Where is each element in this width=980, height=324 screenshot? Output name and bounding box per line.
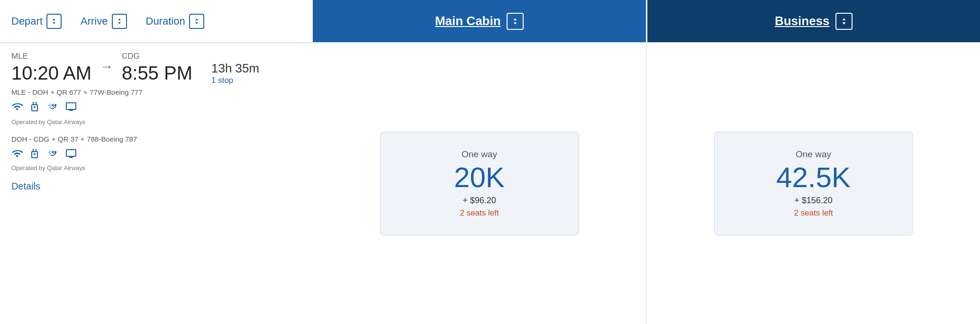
depart-code: MLE — [11, 52, 91, 61]
main-cabin-pricing-col: One way 20K + $96.20 2 seats left — [313, 43, 647, 324]
segment2-amenities — [11, 148, 301, 161]
segment1-route-info: MLE - DOH QR 677 77W-Boeing 777 — [11, 88, 301, 96]
details-link[interactable]: Details — [11, 181, 40, 191]
segment2-block: DOH - CDG QR 37 788-Boeing 787 — [11, 135, 301, 171]
flight-info-panel: MLE 10:20 AM → CDG 8:55 PM 13h 35m 1 sto… — [0, 43, 313, 324]
duration-value: 13h 35m — [211, 61, 259, 76]
arrive-section: CDG 8:55 PM — [122, 52, 192, 84]
main-cabin-sort-icon — [507, 13, 524, 30]
arrive-sort-button[interactable]: Arrive — [81, 14, 127, 29]
dot1 — [51, 91, 54, 94]
arrive-sort-icon — [112, 14, 127, 29]
arrive-label: Arrive — [81, 15, 108, 27]
entertainment-icon — [65, 101, 77, 115]
depart-section: MLE 10:20 AM — [11, 52, 91, 84]
content-row: MLE 10:20 AM → CDG 8:55 PM 13h 35m 1 sto… — [0, 43, 980, 324]
wifi-icon — [11, 101, 23, 115]
business-price-card[interactable]: One way 42.5K + $156.20 2 seats left — [714, 132, 913, 235]
segment1-block: MLE - DOH QR 677 77W-Boeing 777 — [11, 88, 301, 126]
business-label: Business — [775, 14, 830, 28]
duration-section: 13h 35m 1 stop — [211, 61, 259, 85]
business-pricing-col: One way 42.5K + $156.20 2 seats left — [647, 43, 980, 324]
segment1-route: MLE - DOH — [11, 88, 48, 96]
usb-icon-2 — [47, 148, 59, 161]
arrive-time: 8:55 PM — [122, 62, 192, 84]
depart-sort-button[interactable]: Depart — [11, 14, 62, 29]
main-cabin-price-card[interactable]: One way 20K + $96.20 2 seats left — [380, 132, 579, 235]
segment2-flight: QR 37 — [58, 135, 78, 143]
power-icon — [29, 101, 41, 115]
business-one-way-label: One way — [726, 149, 901, 160]
segment1-aircraft: 77W-Boeing 777 — [90, 88, 142, 96]
business-price: 42.5K — [726, 163, 901, 192]
arrive-code: CDG — [122, 52, 192, 61]
page-container: Depart Arrive Duration — [0, 0, 980, 324]
entertainment-icon-2 — [65, 148, 77, 161]
segment1-flight: QR 677 — [57, 88, 82, 96]
arrow-icon: → — [100, 60, 113, 73]
main-cabin-price: 20K — [392, 163, 567, 192]
dot4 — [81, 138, 84, 141]
duration-sort-button[interactable]: Duration — [146, 14, 204, 29]
main-cabin-header[interactable]: Main Cabin — [313, 0, 647, 42]
header-row: Depart Arrive Duration — [0, 0, 980, 43]
stops-value: 1 stop — [211, 76, 259, 85]
business-header[interactable]: Business — [647, 0, 980, 42]
times-section: MLE 10:20 AM → CDG 8:55 PM 13h 35m 1 sto… — [11, 52, 301, 85]
cabin-headers: Main Cabin Business — [313, 0, 980, 42]
depart-label: Depart — [11, 15, 43, 27]
duration-label: Duration — [146, 15, 185, 27]
segment2-aircraft: 788-Boeing 787 — [87, 135, 137, 143]
segment2-operated: Operated by Qatar Airways — [11, 164, 301, 171]
segment1-operated: Operated by Qatar Airways — [11, 118, 301, 126]
usb-icon — [47, 101, 59, 115]
depart-time: 10:20 AM — [11, 62, 91, 84]
main-cabin-one-way-label: One way — [392, 149, 567, 160]
pricing-cols: One way 20K + $96.20 2 seats left One wa… — [313, 43, 980, 324]
dot3 — [52, 138, 55, 141]
segment2-route-info: DOH - CDG QR 37 788-Boeing 787 — [11, 135, 301, 143]
segment1-amenities — [11, 101, 301, 115]
dot2 — [84, 91, 87, 94]
main-cabin-fees: + $96.20 — [392, 196, 567, 206]
depart-sort-icon — [46, 14, 62, 29]
power-icon-2 — [29, 148, 41, 161]
business-fees: + $156.20 — [726, 196, 901, 206]
business-sort-icon — [835, 13, 853, 30]
main-cabin-seats: 2 seats left — [392, 208, 567, 218]
main-cabin-label: Main Cabin — [435, 14, 501, 28]
business-seats: 2 seats left — [726, 208, 901, 218]
wifi-icon-2 — [11, 148, 23, 161]
duration-sort-icon — [189, 14, 204, 29]
segment2-route: DOH - CDG — [11, 135, 49, 143]
